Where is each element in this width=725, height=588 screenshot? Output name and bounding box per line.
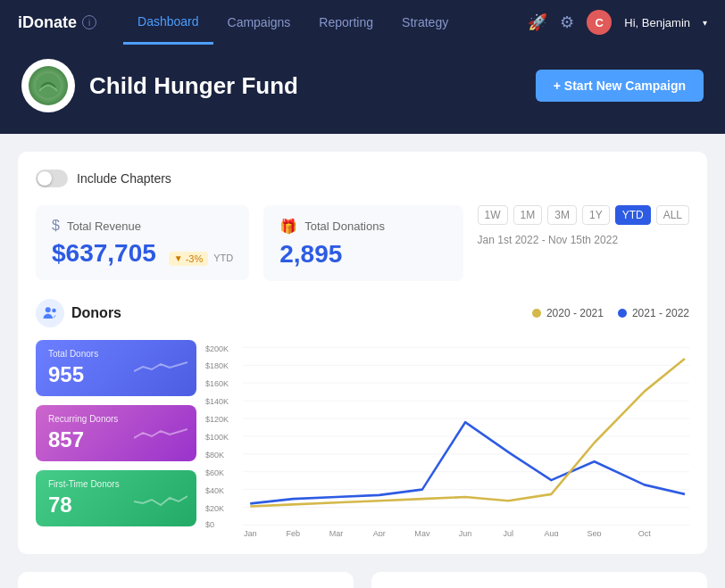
- svg-text:Apr: Apr: [373, 529, 386, 536]
- svg-text:$160K: $160K: [205, 379, 229, 388]
- svg-text:Jul: Jul: [503, 529, 513, 536]
- stats-row: $ Total Revenue $637,705 ▼ -3% YTD 🎁 Tot…: [36, 205, 689, 281]
- svg-text:$120K: $120K: [205, 415, 229, 424]
- date-range: Jan 1st 2022 - Nov 15th 2022: [478, 234, 689, 246]
- legend-2021-2022: 2021 - 2022: [618, 307, 689, 319]
- dollar-icon: $: [52, 218, 60, 234]
- donors-icon: [36, 299, 64, 327]
- gift-icon: 🎁: [279, 218, 297, 235]
- donations-value: 2,895: [279, 240, 342, 268]
- header-right: 🚀 ⚙ C Hi, Benjamin ▾: [528, 10, 707, 35]
- fund-info: Child Hunger Fund: [21, 59, 298, 112]
- time-btn-1y[interactable]: 1Y: [582, 205, 610, 225]
- revenue-channel-card: Revenue By Channel Jan 1st 2022 - Nov 15…: [371, 572, 707, 588]
- chart-area: Total Donors 955 Recurring Donors 857: [36, 340, 689, 536]
- donor-cards: Total Donors 955 Recurring Donors 857: [36, 340, 196, 536]
- legend-2020-2021: 2020 - 2021: [532, 307, 604, 319]
- include-chapters-row: Include Chapters: [36, 170, 689, 187]
- nav-reporting[interactable]: Reporting: [304, 0, 388, 45]
- include-chapters-label: Include Chapters: [77, 171, 171, 186]
- fund-logo-image: [29, 66, 68, 105]
- svg-point-2: [52, 309, 56, 313]
- bottom-row: Active Campaigns (61) ⚗ 4 tests running …: [18, 572, 707, 588]
- svg-point-1: [46, 307, 51, 312]
- recurring-donors-card: Recurring Donors 857: [36, 405, 196, 461]
- svg-text:$100K: $100K: [205, 433, 229, 442]
- start-campaign-button[interactable]: + Start New Campaign: [536, 70, 704, 102]
- active-campaigns-card: Active Campaigns (61) ⚗ 4 tests running …: [18, 572, 354, 588]
- chart-section: Donors 2020 - 2021 2021 - 2022 T: [36, 299, 689, 536]
- time-btn-3m[interactable]: 3M: [547, 205, 577, 225]
- fund-logo: [21, 59, 75, 112]
- revenue-value: $637,705: [52, 239, 156, 268]
- firsttime-sparkline: [134, 484, 188, 514]
- user-name[interactable]: Hi, Benjamin: [624, 16, 690, 29]
- svg-text:Feb: Feb: [287, 529, 301, 536]
- chevron-down-icon: ▾: [703, 18, 707, 28]
- svg-text:$0: $0: [205, 519, 214, 528]
- svg-text:Jan: Jan: [244, 529, 257, 536]
- include-chapters-toggle[interactable]: [36, 170, 68, 187]
- legend-dot-2020: [532, 309, 541, 318]
- total-donations-label: 🎁 Total Donations: [279, 218, 446, 235]
- rocket-icon[interactable]: 🚀: [528, 12, 547, 32]
- svg-text:Oct: Oct: [638, 529, 651, 536]
- svg-text:Aug: Aug: [544, 529, 558, 536]
- svg-text:$20K: $20K: [205, 504, 225, 513]
- fund-header: Child Hunger Fund + Start New Campaign: [0, 45, 725, 134]
- total-revenue-label: $ Total Revenue: [52, 218, 233, 234]
- svg-text:$200K: $200K: [205, 344, 229, 352]
- total-donors-card: Total Donors 955: [36, 340, 196, 396]
- recurring-sparkline: [134, 418, 188, 449]
- nav-campaigns[interactable]: Campaigns: [213, 0, 305, 45]
- donors-header: Donors 2020 - 2021 2021 - 2022: [36, 299, 689, 327]
- app-logo: iDonate: [18, 13, 77, 32]
- main-nav: Dashboard Campaigns Reporting Strategy: [123, 0, 528, 45]
- avatar: C: [587, 10, 612, 35]
- svg-text:May: May: [414, 529, 429, 536]
- time-btn-1w[interactable]: 1W: [478, 205, 508, 225]
- nav-dashboard[interactable]: Dashboard: [123, 0, 213, 45]
- dashboard-card: Include Chapters $ Total Revenue $637,70…: [18, 152, 707, 554]
- chart-legend: 2020 - 2021 2021 - 2022: [532, 307, 689, 319]
- nav-strategy[interactable]: Strategy: [388, 0, 462, 45]
- total-sparkline: [134, 353, 188, 384]
- svg-text:Mar: Mar: [329, 529, 344, 536]
- time-filters-area: 1W 1M 3M 1Y YTD ALL Jan 1st 2022 - Nov 1…: [478, 205, 689, 246]
- svg-text:$180K: $180K: [205, 361, 229, 370]
- total-revenue-card: $ Total Revenue $637,705 ▼ -3% YTD: [36, 205, 249, 280]
- revenue-badge: ▼ -3%: [169, 252, 208, 266]
- time-btn-ytd[interactable]: YTD: [615, 205, 651, 225]
- revenue-ytd: YTD: [213, 253, 233, 263]
- fund-name: Child Hunger Fund: [89, 72, 298, 100]
- svg-text:Sep: Sep: [588, 529, 602, 536]
- time-btn-all[interactable]: ALL: [656, 205, 689, 225]
- toggle-knob: [38, 171, 52, 186]
- legend-dot-2021: [618, 309, 627, 318]
- svg-text:$40K: $40K: [205, 486, 225, 495]
- app-header: iDonate i Dashboard Campaigns Reporting …: [0, 0, 725, 45]
- chart-svg: $200K $180K $160K $140K $120K $100K $80K…: [205, 340, 689, 536]
- firsttime-donors-card: First-Time Donors 78: [36, 470, 196, 526]
- gear-icon[interactable]: ⚙: [560, 12, 574, 32]
- main-content: Include Chapters $ Total Revenue $637,70…: [0, 134, 725, 588]
- time-filters: 1W 1M 3M 1Y YTD ALL: [478, 205, 689, 225]
- svg-text:Jun: Jun: [459, 529, 472, 536]
- time-btn-1m[interactable]: 1M: [513, 205, 543, 225]
- line-chart: $200K $180K $160K $140K $120K $100K $80K…: [205, 340, 689, 536]
- donors-title: Donors: [71, 305, 121, 321]
- svg-text:$140K: $140K: [205, 397, 229, 406]
- svg-text:$80K: $80K: [205, 451, 225, 460]
- total-donations-card: 🎁 Total Donations 2,895: [263, 205, 462, 281]
- svg-text:$60K: $60K: [205, 468, 225, 477]
- info-icon[interactable]: i: [82, 15, 96, 29]
